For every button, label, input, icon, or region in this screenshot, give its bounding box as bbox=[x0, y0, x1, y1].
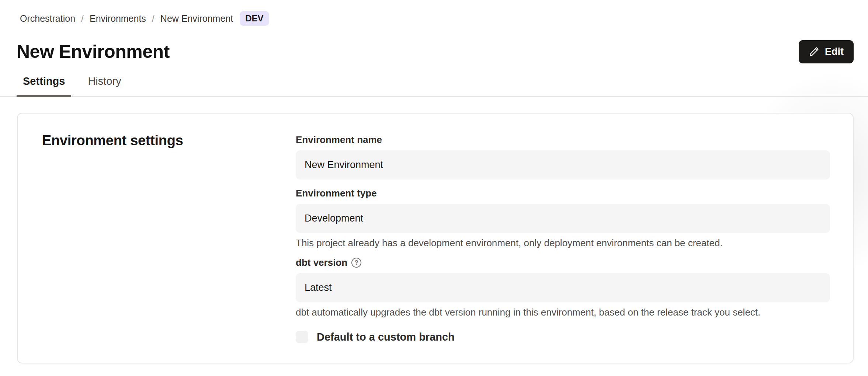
section-heading: Environment settings bbox=[42, 133, 183, 149]
page-header: New Environment Edit bbox=[17, 38, 854, 65]
edit-button[interactable]: Edit bbox=[799, 40, 854, 63]
tab-history[interactable]: History bbox=[81, 73, 127, 96]
environment-name-field: Environment name bbox=[296, 134, 830, 180]
dbt-version-input[interactable] bbox=[296, 273, 830, 302]
environment-settings-form: Environment name Environment type This p… bbox=[296, 134, 830, 343]
environment-type-helper-text: This project already has a development e… bbox=[296, 237, 830, 249]
breadcrumb-separator: / bbox=[81, 13, 84, 24]
page-title: New Environment bbox=[17, 41, 170, 62]
custom-branch-checkbox[interactable] bbox=[296, 331, 308, 343]
environment-type-field: Environment type This project already ha… bbox=[296, 188, 830, 249]
environment-type-label: Environment type bbox=[296, 188, 830, 199]
breadcrumb-environments[interactable]: Environments bbox=[90, 13, 146, 24]
breadcrumb-orchestration[interactable]: Orchestration bbox=[20, 13, 75, 24]
custom-branch-checkbox-row[interactable]: Default to a custom branch bbox=[296, 331, 830, 343]
environment-settings-card: Environment settings Environment name En… bbox=[17, 113, 854, 363]
dbt-version-helper-text: dbt automatically upgrades the dbt versi… bbox=[296, 307, 830, 318]
tab-settings[interactable]: Settings bbox=[17, 73, 71, 96]
edit-button-label: Edit bbox=[825, 46, 844, 58]
environment-dev-badge: DEV bbox=[240, 11, 269, 26]
tab-bar: Settings History bbox=[0, 73, 868, 97]
environment-name-label: Environment name bbox=[296, 134, 830, 146]
breadcrumb-separator: / bbox=[152, 13, 154, 24]
breadcrumb-current-page: New Environment bbox=[160, 13, 233, 24]
breadcrumb: Orchestration / Environments / New Envir… bbox=[20, 11, 269, 26]
dbt-version-field: dbt version ? dbt automatically upgrades… bbox=[296, 257, 830, 318]
pencil-icon bbox=[809, 46, 820, 57]
dbt-version-label: dbt version bbox=[296, 257, 347, 268]
custom-branch-checkbox-label: Default to a custom branch bbox=[317, 331, 455, 343]
environment-name-input[interactable] bbox=[296, 150, 830, 180]
environment-type-input[interactable] bbox=[296, 204, 830, 233]
help-icon[interactable]: ? bbox=[351, 258, 361, 268]
